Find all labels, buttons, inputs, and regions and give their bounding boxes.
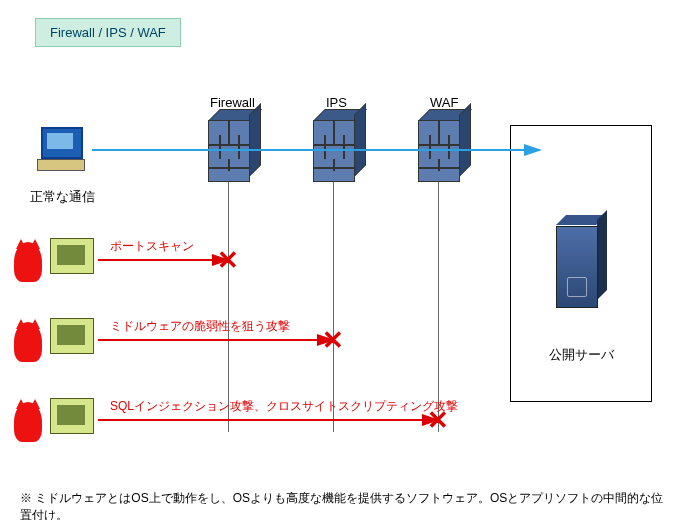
attacker-1-icon: [18, 232, 98, 292]
diagram-stage: Firewall / IPS / WAF Firewall IPS WAF 正常…: [10, 10, 670, 510]
attack3-label: SQLインジェクション攻撃、クロスサイトスクリプティング攻撃: [110, 398, 458, 415]
footnote: ※ ミドルウェアとはOS上で動作をし、OSよりも高度な機能を提供するソフトウェア…: [20, 490, 670, 520]
attacker-2-icon: [18, 312, 98, 372]
attack1-label: ポートスキャン: [110, 238, 194, 255]
attack1-block-mark: ✕: [217, 247, 239, 273]
arrows-layer: [10, 10, 670, 510]
attack2-block-mark: ✕: [322, 327, 344, 353]
attack3-block-mark: ✕: [427, 407, 449, 433]
attacker-3-icon: [18, 392, 98, 452]
attack2-label: ミドルウェアの脆弱性を狙う攻撃: [110, 318, 290, 335]
